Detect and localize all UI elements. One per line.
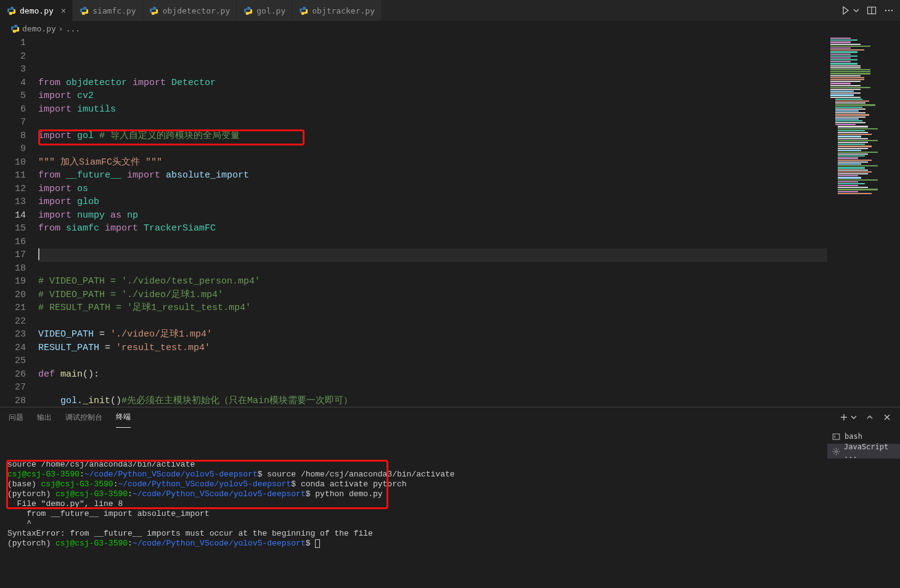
breadcrumb-file[interactable]: demo.py (22, 24, 56, 33)
panel-tab-problems[interactable]: 问题 (9, 407, 23, 428)
minimap-line (838, 191, 858, 192)
code-line-11[interactable]: import numpy as np (38, 209, 827, 223)
code-line-22[interactable] (38, 354, 827, 368)
terminal-sidebar-item[interactable]: bash (827, 429, 900, 444)
line-number: 13 (0, 195, 26, 209)
editor-tab-objdetector-py[interactable]: objdetector.py (143, 0, 237, 21)
minimap-line (830, 39, 857, 41)
tab-label: objtracker.py (312, 6, 375, 15)
editor-tab-objtracker-py[interactable]: objtracker.py (292, 0, 382, 21)
code-line-15[interactable] (38, 262, 827, 276)
python-file-icon (10, 23, 20, 33)
minimap-line (830, 97, 861, 98)
python-file-icon (79, 6, 89, 15)
code-editor[interactable]: 1234567891011121314151617181920212223242… (0, 35, 827, 407)
close-panel-icon[interactable] (883, 413, 891, 422)
code-line-17[interactable]: # VIDEO_PATH = './video/足球1.mp4' (38, 288, 827, 302)
minimap-line (830, 61, 851, 62)
code-line-6[interactable] (38, 142, 827, 156)
code-line-8[interactable]: from __future__ import absolute_import (38, 169, 827, 182)
terminal-line: from __future__ import absolute_import (7, 509, 820, 519)
terminal-line: (base) csj@csj-G3-3590:~/code/Python_VSc… (7, 480, 820, 489)
minimap-line (830, 46, 870, 47)
line-number: 15 (0, 222, 26, 235)
terminal-line: (pytorch) csj@csj-G3-3590:~/code/Python_… (7, 539, 820, 549)
breadcrumb[interactable]: demo.py › ... (0, 22, 900, 35)
terminal-line: SyntaxError: from __future__ imports mus… (7, 529, 820, 539)
line-number: 3 (0, 63, 26, 76)
python-file-icon (298, 6, 308, 15)
code-line-19[interactable] (38, 315, 827, 329)
editor-tab-demo-py[interactable]: demo.py× (0, 0, 73, 21)
minimap-line (835, 116, 865, 118)
minimap-line (838, 140, 878, 141)
python-file-icon (243, 6, 253, 15)
minimap-line (838, 128, 878, 129)
terminal-dropdown-icon[interactable] (851, 413, 857, 422)
terminal-sidebar-item[interactable]: JavaScript ... (827, 444, 900, 459)
editor-area: 1234567891011121314151617181920212223242… (0, 35, 900, 407)
minimap-line (838, 148, 868, 149)
minimap-line (830, 87, 870, 88)
minimap-line (830, 55, 857, 57)
code-line-21[interactable]: RESULT_PATH = 'result_test.mp4' (38, 341, 827, 355)
code-line-24[interactable] (38, 381, 827, 394)
minimap-line (830, 85, 861, 86)
minimap-line (835, 120, 862, 121)
minimap-line (838, 142, 868, 143)
minimap-line (838, 132, 868, 133)
minimap[interactable] (827, 35, 900, 407)
code-line-25[interactable]: gol._init()#先必须在主模块初始化（只在Main模块需要一次即可） (38, 394, 827, 407)
editor-tab-bar: demo.py×siamfc.pyobjdetector.pygol.pyobj… (0, 0, 900, 22)
minimap-line (830, 41, 851, 43)
minimap-line (835, 102, 865, 104)
code-line-2[interactable]: import cv2 (38, 89, 827, 103)
line-number: 25 (0, 354, 26, 368)
terminal-cursor (315, 539, 320, 548)
code-line-16[interactable]: # VIDEO_PATH = './video/test_person.mp4' (38, 275, 827, 288)
code-line-3[interactable]: import imutils (38, 103, 827, 116)
more-icon[interactable] (884, 6, 894, 15)
new-terminal-icon[interactable] (840, 413, 848, 422)
breadcrumb-more[interactable]: ... (66, 24, 80, 33)
minimap-line (835, 110, 859, 112)
minimap-line (838, 150, 861, 151)
code-content[interactable]: from objdetector import Detectorimport c… (38, 35, 827, 407)
minimap-line (830, 54, 851, 55)
minimap-line (830, 73, 870, 74)
minimap-line (838, 167, 865, 168)
panel-tab-terminal[interactable]: 终端 (116, 407, 131, 428)
minimap-line (838, 189, 878, 190)
editor-tab-siamfc-py[interactable]: siamfc.py (73, 0, 142, 21)
code-line-7[interactable]: """ 加入SiamFC头文件 """ (38, 156, 827, 169)
code-line-12[interactable]: from siamfc import TrackerSiamFC (38, 222, 827, 235)
minimap-line (830, 79, 864, 80)
minimap-line (838, 181, 858, 182)
line-number: 23 (0, 328, 26, 341)
panel-tab-output[interactable]: 输出 (37, 407, 52, 428)
code-line-23[interactable]: def main(): (38, 368, 827, 382)
code-line-1[interactable]: from objdetector import Detector (38, 76, 827, 90)
code-line-9[interactable]: import os (38, 182, 827, 196)
close-icon[interactable]: × (61, 6, 66, 15)
code-line-5[interactable]: import gol # 导入自定义的跨模块的全局变量 (38, 129, 827, 143)
run-icon[interactable] (841, 6, 851, 15)
maximize-panel-icon[interactable] (865, 413, 874, 422)
code-line-13[interactable] (38, 235, 827, 249)
panel-tab-debug[interactable]: 调试控制台 (65, 407, 102, 428)
code-line-4[interactable] (38, 116, 827, 129)
terminal-line: source /home/csj/anaconda3/bin/activate (7, 460, 820, 470)
code-line-10[interactable]: import glob (38, 195, 827, 209)
run-dropdown-icon[interactable] (853, 6, 859, 15)
line-number: 6 (0, 103, 26, 116)
terminal-line: File "demo.py", line 8 (7, 499, 820, 509)
code-line-14[interactable] (38, 248, 827, 262)
editor-tab-gol-py[interactable]: gol.py (237, 0, 292, 21)
minimap-line (838, 144, 865, 145)
code-line-20[interactable]: VIDEO_PATH = './video/足球1.mp4' (38, 328, 827, 341)
split-editor-icon[interactable] (867, 6, 877, 15)
panel-body: source /home/csj/anaconda3/bin/activatec… (0, 428, 900, 588)
terminal[interactable]: source /home/csj/anaconda3/bin/activatec… (0, 428, 827, 588)
terminal-sidebar-label: JavaScript ... (844, 443, 895, 460)
code-line-18[interactable]: # RESULT_PATH = '足球1_result_test.mp4' (38, 301, 827, 315)
